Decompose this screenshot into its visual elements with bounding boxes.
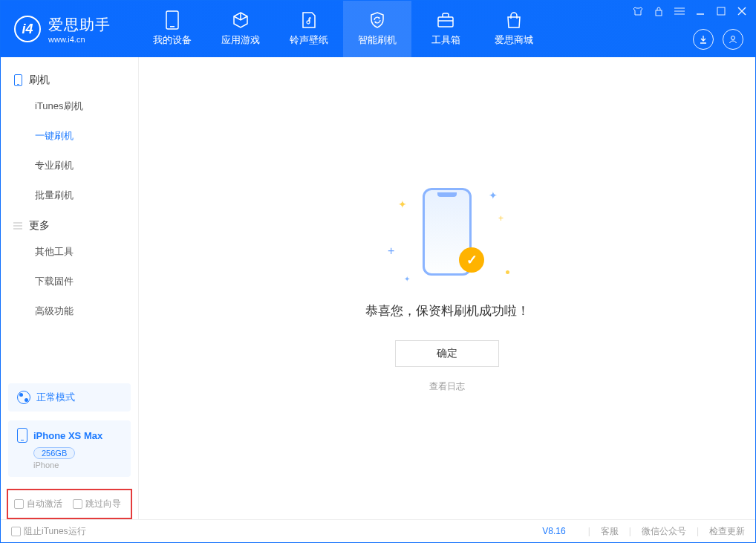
user-button[interactable] xyxy=(723,29,743,50)
app-header: i4 爱思助手 www.i4.cn 我的设备 应用游戏 铃声壁纸 智能刷机 工具… xyxy=(1,1,755,57)
music-file-icon xyxy=(300,11,318,29)
nav-label: 爱思商城 xyxy=(495,33,533,47)
logo-text: 爱思助手 www.i4.cn xyxy=(48,15,111,44)
footer-link-wechat[interactable]: 微信公众号 xyxy=(642,525,686,538)
separator: | xyxy=(588,526,590,536)
sidebar-section-more: 更多 xyxy=(1,210,138,237)
ok-button[interactable]: 确定 xyxy=(395,340,499,367)
logo-icon: i4 xyxy=(14,16,41,42)
cube-icon xyxy=(232,11,250,29)
checkbox-icon xyxy=(73,499,82,509)
checkbox-icon xyxy=(14,499,24,509)
header-actions xyxy=(693,29,743,50)
nav-label: 工具箱 xyxy=(431,33,460,47)
svg-rect-1 xyxy=(170,26,175,27)
storage-badge: 256GB xyxy=(33,447,75,459)
mode-label: 正常模式 xyxy=(36,391,75,404)
main-content: ✓ ✦ ✦ ✦ + + 恭喜您，保资料刷机成功啦！ 确定 查看日志 xyxy=(139,57,755,519)
svg-rect-3 xyxy=(656,10,662,16)
checkbox-label: 跳过向导 xyxy=(85,498,121,509)
section-title: 刷机 xyxy=(29,74,50,87)
sparkle-icon: ✦ xyxy=(398,198,407,210)
toolbox-icon xyxy=(437,11,454,29)
version-label: V8.16 xyxy=(542,526,565,536)
tshirt-icon[interactable] xyxy=(632,5,644,17)
sidebar: 刷机 iTunes刷机 一键刷机 专业刷机 批量刷机 更多 其他工具 下载固件 … xyxy=(1,57,139,519)
nav-tab-ringtones[interactable]: 铃声壁纸 xyxy=(275,1,343,57)
checkbox-label: 阻止iTunes运行 xyxy=(24,526,86,536)
close-icon[interactable] xyxy=(736,5,748,17)
nav-tab-mydevice[interactable]: 我的设备 xyxy=(138,1,206,57)
phone-icon xyxy=(13,75,23,85)
section-title: 更多 xyxy=(29,219,50,233)
shield-refresh-icon xyxy=(368,11,386,29)
download-button[interactable] xyxy=(693,29,714,50)
sparkle-icon: ✦ xyxy=(489,189,498,201)
svg-rect-2 xyxy=(438,17,453,27)
phone-notch xyxy=(437,192,457,197)
checkbox-label: 自动激活 xyxy=(27,498,62,509)
sidebar-item-other-tools[interactable]: 其他工具 xyxy=(1,237,138,267)
app-title: 爱思助手 xyxy=(48,15,111,35)
nav-tabs: 我的设备 应用游戏 铃声壁纸 智能刷机 工具箱 爱思商城 xyxy=(138,1,548,57)
sidebar-section-flash: 刷机 xyxy=(1,65,138,91)
nav-tab-store[interactable]: 爱思商城 xyxy=(480,1,548,57)
success-illustration: ✓ ✦ ✦ ✦ + + xyxy=(417,183,477,280)
footer-link-update[interactable]: 检查更新 xyxy=(709,525,745,538)
maximize-icon[interactable] xyxy=(715,5,727,17)
device-row: iPhone XS Max xyxy=(17,428,122,443)
mode-icon xyxy=(17,391,30,404)
device-icon xyxy=(163,11,181,29)
mode-card[interactable]: 正常模式 xyxy=(8,383,131,412)
plus-icon: + xyxy=(388,244,394,258)
view-log-link[interactable]: 查看日志 xyxy=(429,380,465,393)
separator: | xyxy=(629,526,631,536)
bag-icon xyxy=(505,11,523,29)
device-card[interactable]: iPhone XS Max 256GB iPhone xyxy=(8,420,131,477)
separator: | xyxy=(697,526,699,536)
sidebar-item-download-firmware[interactable]: 下载固件 xyxy=(1,267,138,296)
checkbox-icon xyxy=(11,527,21,536)
nav-label: 我的设备 xyxy=(153,33,192,47)
checkbox-block-itunes[interactable]: 阻止iTunes运行 xyxy=(11,525,86,538)
success-title: 恭喜您，保资料刷机成功啦！ xyxy=(365,302,529,319)
nav-label: 铃声壁纸 xyxy=(290,33,328,47)
checkmark-badge-icon: ✓ xyxy=(459,247,484,273)
device-type: iPhone xyxy=(33,461,122,469)
sidebar-item-advanced[interactable]: 高级功能 xyxy=(1,296,138,326)
device-name: iPhone XS Max xyxy=(33,430,102,441)
list-icon xyxy=(13,221,23,231)
body: 刷机 iTunes刷机 一键刷机 专业刷机 批量刷机 更多 其他工具 下载固件 … xyxy=(1,57,755,519)
lock-icon[interactable] xyxy=(653,5,665,17)
window-controls xyxy=(632,5,748,17)
sidebar-item-oneclick-flash[interactable]: 一键刷机 xyxy=(1,121,138,151)
minimize-icon[interactable] xyxy=(694,5,706,17)
highlighted-options: 自动激活 跳过向导 xyxy=(7,489,132,519)
sidebar-scroll: 刷机 iTunes刷机 一键刷机 专业刷机 批量刷机 更多 其他工具 下载固件 … xyxy=(1,57,138,379)
svg-rect-8 xyxy=(717,7,725,15)
app-subtitle: www.i4.cn xyxy=(48,35,111,44)
footer-left: 阻止iTunes运行 xyxy=(11,525,86,538)
nav-label: 应用游戏 xyxy=(221,33,260,47)
sparkle-icon: ✦ xyxy=(404,275,410,283)
sidebar-item-batch-flash[interactable]: 批量刷机 xyxy=(1,181,138,210)
nav-tab-flash[interactable]: 智能刷机 xyxy=(343,1,411,57)
svg-point-11 xyxy=(731,36,735,40)
device-icon xyxy=(17,428,27,443)
nav-tab-apps[interactable]: 应用游戏 xyxy=(206,1,275,57)
sidebar-item-itunes-flash[interactable]: iTunes刷机 xyxy=(1,91,138,121)
sidebar-item-pro-flash[interactable]: 专业刷机 xyxy=(1,151,138,181)
plus-icon: + xyxy=(498,213,504,224)
footer-right: V8.16 | 客服 | 微信公众号 | 检查更新 xyxy=(542,525,745,538)
logo-area: i4 爱思助手 www.i4.cn xyxy=(1,15,138,44)
menu-icon[interactable] xyxy=(674,5,685,17)
nav-label: 智能刷机 xyxy=(358,33,397,47)
dot-icon xyxy=(506,270,509,274)
checkbox-skip-guide[interactable]: 跳过向导 xyxy=(73,498,121,510)
nav-tab-toolbox[interactable]: 工具箱 xyxy=(411,1,480,57)
svg-rect-13 xyxy=(17,84,19,85)
checkbox-auto-activate[interactable]: 自动激活 xyxy=(14,498,62,510)
footer-link-support[interactable]: 客服 xyxy=(601,525,619,538)
footer: 阻止iTunes运行 V8.16 | 客服 | 微信公众号 | 检查更新 xyxy=(1,519,755,542)
